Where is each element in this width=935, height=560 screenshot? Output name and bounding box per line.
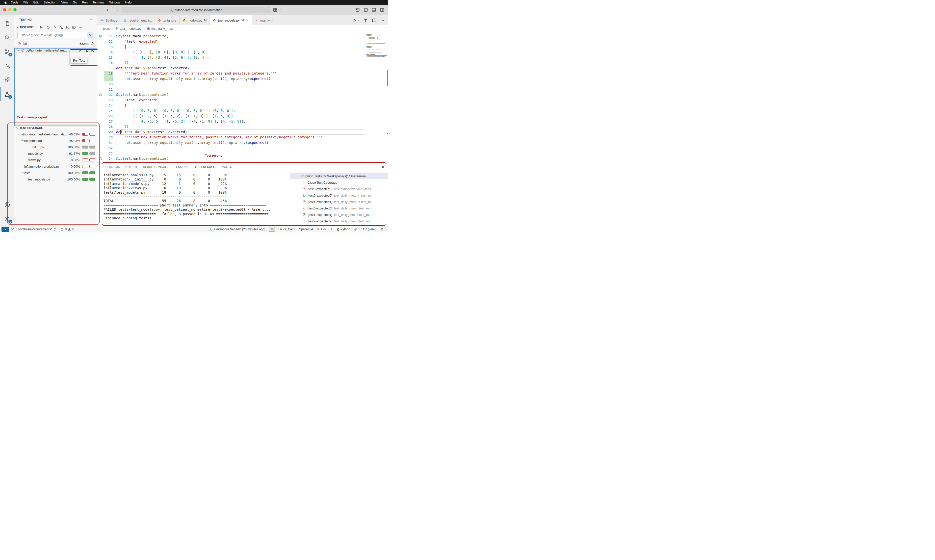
test-result-row[interactable]: [test0-expected0]/Users/user/work/SSI/le… — [290, 186, 388, 192]
panel-tab-terminal[interactable]: TERMINAL — [174, 163, 189, 171]
panel-tab-problems[interactable]: PROBLEMS — [103, 163, 120, 171]
breadcrumb-item[interactable]: tests — [103, 27, 110, 31]
coverage-row[interactable]: views.py0.00% — [14, 157, 97, 163]
tab-requirements-txt[interactable]: requirements.txt — [120, 15, 155, 25]
menu-item-view[interactable]: View — [59, 1, 70, 4]
gutter-test-status[interactable] — [97, 119, 104, 124]
toggle-panel-icon[interactable] — [372, 8, 376, 12]
tab-models-py[interactable]: models.pyM — [180, 15, 210, 25]
maximize-panel-icon[interactable] — [373, 165, 377, 169]
close-panel-icon[interactable] — [381, 165, 385, 169]
gutter-test-status[interactable] — [97, 60, 104, 66]
panel-tab-debug-console[interactable]: DEBUG CONSOLE — [143, 163, 169, 171]
test-coverage-section-header[interactable]: TEST COVERAGE — [14, 125, 97, 131]
gutter-test-status[interactable] — [97, 82, 104, 87]
apple-menu-icon[interactable] — [4, 1, 7, 4]
filter-toggle-button[interactable] — [88, 32, 93, 38]
test-result-row[interactable]: [test0-expected0]test_daily_max < test_m… — [290, 205, 388, 211]
coverage-tests-icon[interactable] — [66, 26, 69, 29]
coverage-row[interactable]: tests100.00% — [14, 169, 97, 176]
run-tests-icon[interactable] — [53, 26, 57, 29]
refresh-tests-icon[interactable] — [46, 26, 50, 29]
tab-main-yml[interactable]: !main.yml — [252, 15, 276, 25]
zoom-indicator[interactable] — [269, 227, 275, 232]
run-all-tests-icon[interactable] — [40, 26, 44, 29]
gutter-test-status[interactable] — [97, 97, 104, 103]
test-result-row[interactable]: [test1-expected1]test_daily_mean < test_… — [290, 198, 388, 205]
test-tree-item[interactable]: python-intermediate-inflammation — [14, 47, 97, 53]
show-output-icon[interactable] — [72, 26, 76, 29]
menu-item-run[interactable]: Run — [80, 1, 90, 4]
menu-item-window[interactable]: Window — [107, 1, 123, 4]
indentation-item[interactable]: Spaces: 4 — [297, 228, 315, 231]
gutter-test-status[interactable] — [97, 66, 104, 71]
view-as-list-icon[interactable] — [365, 165, 369, 169]
split-editor-icon[interactable] — [372, 18, 377, 23]
cursor-position-item[interactable]: Ln 29, Col 3 — [276, 228, 297, 231]
run-python-file-button[interactable] — [352, 18, 360, 23]
more-actions-icon[interactable] — [90, 18, 94, 22]
activitybar-extensions[interactable] — [0, 73, 14, 87]
gutter-test-status[interactable] — [97, 32, 104, 34]
gutter-test-status[interactable] — [97, 103, 104, 108]
command-center-search[interactable]: python-intermediate-inflammation — [122, 7, 270, 13]
gutter-test-status[interactable] — [97, 129, 104, 135]
results-header-row[interactable]: Running Tests for Workspace(s): /Users/u… — [290, 173, 388, 179]
gutter-test-status[interactable] — [97, 71, 104, 76]
notifications-item[interactable] — [378, 228, 386, 231]
panel-tab-test-results[interactable]: TEST RESULTS — [195, 163, 217, 171]
git-blame-item[interactable]: Aleksandra Nenadic (20 minutes ago) — [207, 228, 267, 231]
menu-item-file[interactable]: File — [21, 1, 31, 4]
problems-item[interactable]: 0 0 — [58, 228, 76, 231]
tab--gitignore[interactable]: .gitignore — [155, 15, 179, 25]
coverage-row[interactable]: __init__.py100.00% — [14, 144, 97, 150]
coverage-row[interactable]: test_models.py100.00% — [14, 176, 97, 183]
activitybar-explorer[interactable] — [0, 16, 14, 31]
gutter-test-status[interactable] — [97, 44, 104, 50]
gutter-test-status[interactable] — [97, 87, 104, 92]
menu-item-terminal[interactable]: Terminal — [90, 1, 107, 4]
gutter-test-status[interactable] — [97, 92, 104, 97]
tab-test-models-py[interactable]: test_models.pyM — [210, 15, 252, 25]
panel-tab-ports[interactable]: PORTS — [222, 163, 232, 171]
customize-layout-icon[interactable] — [355, 8, 360, 12]
gutter-test-status[interactable] — [97, 140, 104, 146]
navigate-back-icon[interactable] — [106, 8, 111, 12]
gutter-test-status[interactable] — [97, 49, 104, 55]
code-editor[interactable]: 1011@pytest.mark.parametrize(12 "test, e… — [97, 32, 388, 162]
activitybar-source-control[interactable]: 3 — [0, 45, 14, 58]
toggle-sidebar-icon[interactable] — [363, 8, 368, 12]
git-branch-item[interactable]: 31-software-requirements* — [9, 228, 58, 231]
test-explorer-section-header[interactable]: TEST EXPLORER — [14, 24, 97, 31]
close-window-button[interactable] — [3, 8, 6, 11]
rerun-icon[interactable] — [91, 42, 94, 45]
gutter-test-status[interactable] — [97, 34, 104, 39]
gutter-test-status[interactable] — [97, 39, 104, 44]
test-result-row[interactable]: [test2-expected2]test_daily_max < test_m… — [290, 218, 388, 224]
test-result-row[interactable]: [test0-expected0]test_daily_mean < test_… — [290, 192, 388, 198]
gutter-test-status[interactable] — [97, 113, 104, 119]
gutter-test-status[interactable] — [97, 135, 104, 140]
activitybar-run-debug[interactable] — [0, 58, 14, 73]
more-actions-icon[interactable] — [380, 18, 384, 23]
test-filter-input[interactable] — [20, 34, 88, 37]
toggle-secondary-sidebar-icon[interactable] — [380, 8, 384, 12]
more-actions-icon[interactable] — [78, 26, 82, 29]
remote-indicator[interactable]: >< — [2, 227, 9, 232]
coverage-test-icon[interactable] — [91, 49, 94, 52]
interpreter-item[interactable]: 3.11.7 (venv) — [352, 228, 378, 231]
activitybar-account[interactable] — [0, 198, 14, 212]
activitybar-search[interactable] — [0, 31, 14, 45]
breadcrumb-item[interactable]: test_models.py — [115, 27, 141, 31]
breadcrumb-item[interactable]: test_daily_max — [147, 27, 173, 31]
debug-tests-icon[interactable] — [59, 26, 63, 29]
gutter-test-status[interactable] — [97, 124, 104, 129]
activitybar-settings[interactable]: 1 — [0, 212, 14, 226]
panel-tab-output[interactable]: OUTPUT — [125, 163, 137, 171]
activitybar-testing[interactable]: 1 — [0, 87, 14, 101]
coverage-row[interactable]: python-intermediate-inflammation46.03% — [14, 131, 97, 137]
menu-item-selection[interactable]: Selection — [41, 1, 59, 4]
maximize-window-button[interactable] — [13, 8, 17, 11]
minimize-window-button[interactable] — [8, 8, 11, 11]
profile-button[interactable] — [273, 8, 281, 12]
